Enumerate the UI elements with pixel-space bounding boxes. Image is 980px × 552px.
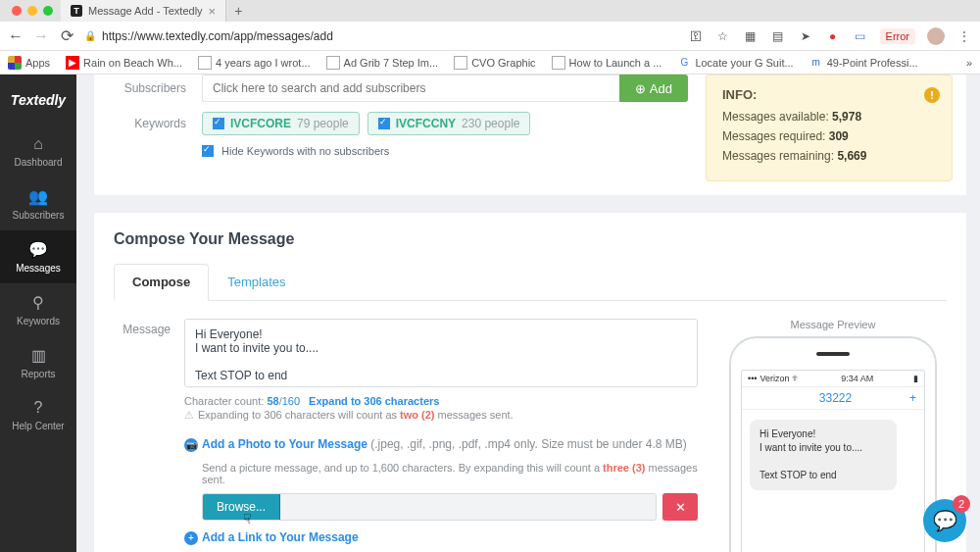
bookmark-apps[interactable]: Apps — [8, 56, 50, 70]
info-icon[interactable]: ! — [924, 87, 940, 103]
compose-card: Compose Your Message Compose Templates M… — [94, 213, 966, 552]
add-photo-link[interactable]: Add a Photo to Your Message — [202, 437, 368, 451]
compose-tabs: Compose Templates — [114, 264, 947, 301]
url-text: https://www.textedly.com/app/messages/ad… — [102, 29, 333, 43]
apps-icon — [8, 56, 22, 70]
top-card: Subscribers ⊕Add Keywords IVCFCORE 79 pe… — [94, 75, 966, 195]
bookmark-item[interactable]: Ad Grib 7 Step Im... — [326, 56, 439, 70]
add-subscriber-button[interactable]: ⊕Add — [619, 75, 688, 102]
add-photo-section: 📷Add a Photo to Your Message (.jpeg, .gi… — [184, 437, 698, 521]
message-label: Message — [114, 319, 171, 545]
profile-avatar[interactable] — [927, 27, 945, 45]
address-bar: ← → ⟳ 🔒 https://www.textedly.com/app/mes… — [0, 22, 980, 51]
bookmarks-bar: Apps ▶Rain on Beach Wh... 4 years ago I … — [0, 51, 980, 75]
phone-status-bar: •••Verizonᯤ 9:34 AM ▮ — [742, 371, 924, 387]
subscriber-search: ⊕Add — [202, 75, 688, 102]
page-icon — [454, 56, 467, 70]
youtube-icon: ▶ — [66, 56, 79, 70]
phone-frame: •••Verizonᯤ 9:34 AM ▮ 33222 + Hi Everyon… — [729, 336, 937, 552]
url-field[interactable]: 🔒 https://www.textedly.com/app/messages/… — [84, 29, 678, 43]
keyword-name: IVCFCCNY — [396, 117, 456, 130]
bookmarks-overflow[interactable]: » — [966, 57, 972, 69]
chat-widget[interactable]: 💬 2 — [923, 499, 966, 542]
ext-icon-4[interactable]: ▭ — [853, 28, 868, 44]
bookmark-item[interactable]: How to Launch a ... — [552, 56, 662, 70]
browse-button[interactable]: Browse... — [203, 494, 280, 520]
ext-icon-2[interactable]: ▤ — [770, 28, 786, 44]
page-icon — [552, 56, 565, 70]
logo[interactable]: Textedly — [11, 80, 66, 125]
hide-checkbox[interactable] — [202, 145, 214, 157]
forward-button[interactable]: → — [33, 27, 49, 45]
back-button[interactable]: ← — [8, 27, 24, 45]
tab-templates[interactable]: Templates — [209, 264, 304, 300]
keyword-count: 79 people — [297, 117, 349, 130]
lock-icon: 🔒 — [84, 30, 96, 41]
battery-icon: ▮ — [913, 374, 918, 383]
sidebar-item-reports[interactable]: ▥Reports — [0, 336, 76, 389]
char-count-line: Character count: 58/160 Expand to 306 ch… — [184, 395, 698, 407]
minimize-window-icon[interactable] — [27, 6, 37, 16]
tab-close-icon[interactable]: × — [209, 4, 217, 19]
phone-speaker-icon — [816, 352, 850, 356]
error-chip[interactable]: Error — [880, 28, 915, 44]
window-controls — [4, 6, 61, 16]
keyword-chip[interactable]: IVCFCCNY 230 people — [368, 112, 531, 135]
signal-icon: ••• — [748, 374, 757, 383]
subscriber-input[interactable] — [202, 75, 619, 102]
ext-icon-3[interactable]: ● — [825, 28, 841, 44]
preview-title: Message Preview — [719, 319, 947, 330]
camera-icon: 📷 — [184, 438, 198, 452]
tab-title: Message Add - Textedly — [88, 5, 203, 17]
add-link-link[interactable]: Add a Link to Your Message — [202, 530, 359, 544]
star-icon[interactable]: ☆ — [715, 28, 731, 44]
message-textarea[interactable] — [184, 319, 698, 387]
bookmark-item[interactable]: m49-Point Professi... — [809, 56, 918, 70]
browser-tab[interactable]: T Message Add - Textedly × — [61, 0, 226, 22]
people-icon: 👥 — [0, 187, 76, 206]
home-icon: ⌂ — [0, 135, 76, 153]
checkbox-icon[interactable] — [378, 118, 390, 129]
m-icon: m — [809, 56, 823, 70]
key-icon[interactable]: ⚿ — [688, 28, 704, 44]
main: Subscribers ⊕Add Keywords IVCFCORE 79 pe… — [76, 75, 980, 552]
reload-button[interactable]: ⟳ — [59, 26, 74, 45]
add-contact-icon: + — [909, 391, 916, 405]
share-icon[interactable]: ➤ — [798, 28, 813, 44]
tab-bar: T Message Add - Textedly × + — [0, 0, 980, 22]
compose-heading: Compose Your Message — [114, 230, 947, 248]
sidebar-item-help[interactable]: ?Help Center — [0, 389, 76, 441]
bookmark-item[interactable]: ▶Rain on Beach Wh... — [66, 56, 182, 70]
remove-file-button[interactable]: ✕ — [662, 493, 698, 521]
add-link-section: +Add a Link to Your Message — [184, 530, 698, 545]
bookmark-item[interactable]: 4 years ago I wrot... — [198, 56, 311, 70]
plus-icon: ⊕ — [635, 81, 646, 96]
keywords-label: Keywords — [108, 117, 186, 130]
sidebar-item-dashboard[interactable]: ⌂Dashboard — [0, 125, 76, 177]
warning-icon: ⚠ — [184, 409, 194, 421]
sidebar-item-keywords[interactable]: ⚲Keywords — [0, 283, 76, 336]
checkbox-icon[interactable] — [213, 118, 224, 129]
expand-chars-link[interactable]: Expand to 306 characters — [309, 395, 439, 407]
bookmark-item[interactable]: GLocate your G Suit... — [677, 56, 793, 70]
keyword-count: 230 people — [462, 117, 519, 130]
bookmark-item[interactable]: CVO Graphic — [454, 56, 535, 70]
preview-bubble: Hi Everyone! I want to invite you to....… — [750, 420, 897, 490]
phone-time: 9:34 AM — [841, 374, 873, 383]
wifi-icon: ᯤ — [792, 374, 801, 383]
close-window-icon[interactable] — [12, 6, 22, 16]
address-actions: ⚿ ☆ ▦ ▤ ➤ ● ▭ Error ⋮ — [688, 27, 972, 45]
favicon-icon: T — [71, 5, 82, 17]
keyword-chip[interactable]: IVCFCORE 79 people — [202, 112, 360, 135]
subscribers-label: Subscribers — [108, 81, 186, 95]
sidebar-item-subscribers[interactable]: 👥Subscribers — [0, 177, 76, 230]
phone-header: 33222 + — [742, 387, 924, 410]
new-tab-button[interactable]: + — [226, 3, 250, 19]
menu-icon[interactable]: ⋮ — [956, 28, 972, 44]
sidebar-item-messages[interactable]: 💬Messages — [0, 230, 76, 283]
file-input[interactable]: Browse... — [202, 493, 657, 521]
tab-compose[interactable]: Compose — [114, 264, 209, 301]
maximize-window-icon[interactable] — [43, 6, 53, 16]
ext-icon-1[interactable]: ▦ — [743, 28, 759, 44]
app: Textedly ⌂Dashboard 👥Subscribers 💬Messag… — [0, 75, 980, 552]
